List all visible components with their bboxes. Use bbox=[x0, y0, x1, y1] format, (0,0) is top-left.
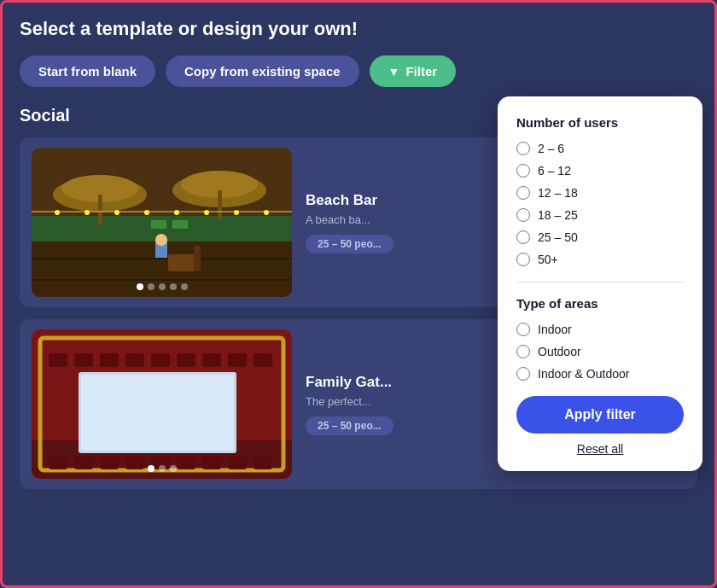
svg-rect-36 bbox=[177, 353, 195, 367]
svg-rect-19 bbox=[172, 220, 188, 229]
svg-rect-25 bbox=[194, 246, 201, 271]
radio-input-indoor-outdoor[interactable] bbox=[516, 367, 530, 381]
radio-label-outdoor: Outdoor bbox=[538, 345, 581, 358]
radio-input-6-12[interactable] bbox=[516, 164, 530, 178]
svg-rect-8 bbox=[218, 190, 222, 220]
radio-label-2-6: 2 – 6 bbox=[538, 142, 564, 155]
svg-rect-39 bbox=[254, 353, 272, 367]
svg-rect-48 bbox=[254, 456, 272, 469]
svg-rect-34 bbox=[125, 353, 144, 367]
svg-rect-5 bbox=[98, 195, 102, 224]
filter-panel: Number of users 2 – 6 6 – 12 12 – 18 18 … bbox=[498, 96, 702, 471]
radio-input-50plus[interactable] bbox=[516, 253, 530, 266]
radio-input-18-25[interactable] bbox=[516, 208, 530, 222]
radio-2-6[interactable]: 2 – 6 bbox=[516, 142, 684, 155]
dot-1 bbox=[137, 283, 143, 290]
radio-input-2-6[interactable] bbox=[516, 142, 530, 155]
filter-button-label: Filter bbox=[405, 64, 437, 79]
svg-rect-31 bbox=[49, 353, 67, 367]
top-buttons: Start from blank Copy from existing spac… bbox=[20, 55, 697, 87]
radio-label-indoor: Indoor bbox=[538, 323, 572, 336]
svg-rect-37 bbox=[202, 353, 221, 367]
filter-icon: ▼ bbox=[388, 65, 400, 79]
radio-input-indoor[interactable] bbox=[516, 323, 530, 336]
start-blank-button[interactable]: Start from blank bbox=[20, 55, 155, 87]
beach-bar-dots bbox=[137, 283, 188, 290]
radio-input-25-50[interactable] bbox=[516, 230, 530, 244]
radio-50plus[interactable]: 50+ bbox=[516, 253, 684, 266]
apply-filter-button[interactable]: Apply filter bbox=[516, 396, 684, 434]
svg-rect-43 bbox=[125, 456, 144, 469]
radio-label-12-18: 12 – 18 bbox=[538, 186, 578, 200]
svg-rect-46 bbox=[202, 456, 221, 469]
family-gathering-image bbox=[32, 329, 292, 479]
page-title: Select a template or design your own! bbox=[20, 18, 697, 40]
svg-point-12 bbox=[114, 210, 120, 215]
svg-rect-42 bbox=[100, 456, 119, 469]
svg-point-21 bbox=[155, 234, 167, 246]
dot-f-3 bbox=[170, 465, 177, 472]
beach-bar-image bbox=[32, 148, 292, 297]
dot-4 bbox=[170, 283, 177, 290]
family-gathering-badge: 25 – 50 peo... bbox=[306, 416, 393, 435]
svg-point-14 bbox=[174, 210, 179, 215]
svg-point-13 bbox=[144, 210, 149, 215]
radio-label-6-12: 6 – 12 bbox=[538, 164, 571, 178]
radio-input-12-18[interactable] bbox=[516, 186, 530, 200]
svg-rect-24 bbox=[168, 254, 198, 271]
dot-2 bbox=[148, 283, 154, 290]
svg-point-16 bbox=[234, 210, 239, 215]
beach-bar-badge: 25 – 50 peo... bbox=[306, 235, 393, 253]
svg-rect-38 bbox=[228, 353, 247, 367]
radio-indoor[interactable]: Indoor bbox=[516, 323, 684, 336]
type-of-areas-title: Type of areas bbox=[516, 296, 684, 311]
radio-label-25-50: 25 – 50 bbox=[538, 230, 578, 244]
svg-point-17 bbox=[264, 210, 269, 215]
radio-25-50[interactable]: 25 – 50 bbox=[516, 230, 684, 244]
radio-12-18[interactable]: 12 – 18 bbox=[516, 186, 684, 200]
dot-3 bbox=[159, 283, 166, 290]
main-container: Select a template or design your own! St… bbox=[0, 0, 717, 588]
svg-rect-33 bbox=[100, 353, 119, 367]
radio-18-25[interactable]: 18 – 25 bbox=[516, 208, 684, 222]
type-of-areas-group: Indoor Outdoor Indoor & Outdoor bbox=[516, 323, 684, 381]
svg-rect-35 bbox=[151, 353, 170, 367]
dot-f-1 bbox=[148, 465, 154, 472]
svg-rect-41 bbox=[74, 456, 93, 469]
number-of-users-title: Number of users bbox=[516, 115, 684, 130]
number-of-users-group: 2 – 6 6 – 12 12 – 18 18 – 25 25 – 50 50+ bbox=[516, 142, 684, 266]
dot-f-2 bbox=[159, 465, 166, 472]
copy-existing-button[interactable]: Copy from existing space bbox=[166, 55, 359, 87]
svg-rect-18 bbox=[151, 220, 166, 229]
svg-rect-40 bbox=[49, 456, 67, 469]
svg-rect-30 bbox=[81, 375, 234, 451]
filter-divider bbox=[516, 282, 684, 282]
svg-point-15 bbox=[204, 210, 209, 215]
reset-all-button[interactable]: Reset all bbox=[516, 442, 684, 456]
radio-label-18-25: 18 – 25 bbox=[538, 208, 578, 222]
radio-outdoor[interactable]: Outdoor bbox=[516, 345, 684, 358]
radio-indoor-outdoor[interactable]: Indoor & Outdoor bbox=[516, 367, 684, 381]
radio-input-outdoor[interactable] bbox=[516, 345, 530, 358]
family-gathering-dots bbox=[148, 465, 177, 472]
radio-label-indoor-outdoor: Indoor & Outdoor bbox=[538, 367, 629, 381]
svg-rect-47 bbox=[228, 456, 247, 469]
radio-label-50plus: 50+ bbox=[538, 253, 558, 266]
svg-rect-32 bbox=[74, 353, 93, 367]
svg-rect-45 bbox=[177, 456, 195, 469]
radio-6-12[interactable]: 6 – 12 bbox=[516, 164, 684, 178]
svg-point-10 bbox=[55, 210, 60, 215]
filter-button[interactable]: ▼ Filter bbox=[370, 55, 457, 87]
svg-point-11 bbox=[85, 210, 90, 215]
dot-5 bbox=[181, 283, 188, 290]
